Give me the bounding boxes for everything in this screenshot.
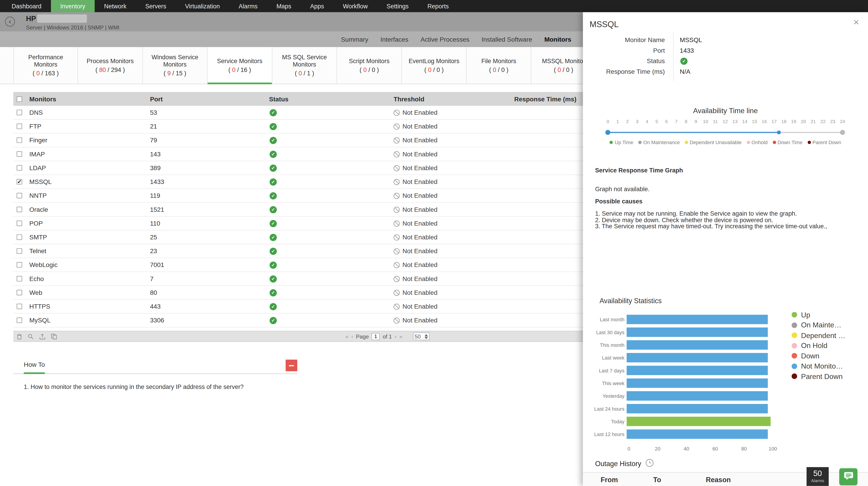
page-tab[interactable]: Installed Software	[475, 36, 538, 42]
monitor-name-cell: IMAP	[29, 151, 150, 157]
page-tab[interactable]: Summary	[335, 36, 374, 42]
page-size-select[interactable]: 50	[413, 332, 430, 340]
timeline-start-handle[interactable]	[605, 130, 610, 135]
monitor-tab[interactable]: File Monitors ( 0 / 0 )	[467, 47, 531, 84]
monitor-tab[interactable]: EventLog Monitors ( 0 / 0 )	[402, 47, 467, 84]
nav-item[interactable]: Workflow	[333, 0, 377, 12]
howto-question-link[interactable]: 1. How to monitor the services running i…	[13, 383, 297, 390]
timeline-track[interactable]	[608, 132, 842, 133]
history-clock-icon[interactable]	[646, 459, 654, 469]
row-checkbox[interactable]	[17, 317, 22, 323]
monitor-name-cell: Finger	[29, 137, 150, 143]
nav-item[interactable]: Dashboard	[2, 0, 51, 12]
stepper-up-icon[interactable]	[425, 334, 428, 336]
row-checkbox[interactable]	[17, 193, 22, 198]
page-tab[interactable]: Active Processes	[414, 36, 475, 42]
monitor-tab[interactable]: Windows Service Monitors ( 9 / 15 )	[143, 47, 208, 84]
prev-page-icon[interactable]: ‹	[351, 333, 353, 339]
row-checkbox[interactable]	[17, 206, 22, 212]
legend-item: On Maintenance	[638, 140, 680, 145]
timeline-tick-label: 22	[820, 119, 826, 124]
delete-icon[interactable]	[17, 334, 22, 340]
status-up-icon	[270, 123, 277, 130]
port-cell: 7001	[150, 262, 269, 268]
row-checkbox[interactable]	[17, 290, 22, 295]
legend-dot-icon	[792, 312, 797, 317]
nav-item[interactable]: Alarms	[229, 0, 267, 12]
timeline-tick-label: 15	[752, 119, 757, 124]
monitor-name-cell: HTTPS	[29, 303, 150, 310]
row-checkbox[interactable]	[17, 110, 22, 115]
port-cell: 110	[150, 220, 269, 227]
nav-item[interactable]: Network	[95, 0, 136, 12]
chart-bar	[627, 340, 768, 350]
monitor-tab[interactable]: Performance Monitors ( 0 / 163 )	[13, 47, 78, 84]
nav-item[interactable]: Servers	[136, 0, 176, 12]
alarms-badge[interactable]: 50 Alarms	[807, 467, 829, 486]
nav-item[interactable]: Inventory	[51, 0, 95, 12]
row-checkbox[interactable]	[17, 262, 22, 267]
row-checkbox[interactable]	[17, 276, 22, 282]
search-icon[interactable]	[28, 334, 34, 340]
monitor-name-cell: LDAP	[29, 165, 150, 171]
export-icon[interactable]	[39, 334, 45, 340]
row-checkbox[interactable]	[17, 137, 22, 143]
chart-category-label: Today	[583, 419, 627, 424]
timeline-end-handle[interactable]	[840, 130, 845, 135]
legend-label: On Mainte…	[801, 321, 842, 330]
timeline-tick-label: 18	[781, 119, 786, 124]
close-icon[interactable]: ×	[853, 17, 859, 28]
cause-line: 2. Device may be down. Check whether the…	[595, 217, 827, 223]
chart-bar	[627, 417, 771, 426]
page-tab[interactable]: Interfaces	[374, 36, 414, 42]
threshold-disabled-icon	[394, 151, 400, 158]
page-number-input[interactable]	[372, 333, 380, 340]
copy-icon[interactable]	[51, 334, 57, 340]
stepper-down-icon[interactable]	[425, 337, 428, 339]
back-icon[interactable]: ‹	[5, 17, 15, 26]
timeline-tick-label: 9	[694, 119, 698, 124]
nav-item[interactable]: Maps	[267, 0, 301, 12]
chart-row: Today	[583, 415, 788, 428]
first-page-icon[interactable]: «	[345, 333, 348, 339]
row-checkbox[interactable]	[17, 234, 22, 240]
info-label: Response Time (ms)	[583, 68, 665, 75]
monitor-tab[interactable]: Process Monitors ( 80 / 294 )	[78, 47, 143, 84]
row-checkbox[interactable]	[17, 123, 22, 129]
threshold-label: Not Enabled	[402, 317, 437, 323]
row-checkbox[interactable]	[17, 304, 22, 309]
status-up-icon	[270, 192, 277, 200]
chart-bar	[627, 315, 768, 324]
nav-item[interactable]: Reports	[418, 0, 458, 12]
threshold-disabled-icon	[394, 304, 400, 310]
last-page-icon[interactable]: »	[399, 333, 402, 339]
row-checkbox[interactable]	[17, 248, 22, 254]
timeline-current-handle[interactable]	[777, 131, 781, 134]
howto-tab[interactable]: How To	[24, 361, 45, 374]
chat-button[interactable]	[839, 468, 858, 485]
legend-label: Down Time	[778, 140, 802, 145]
row-checkbox[interactable]	[17, 165, 22, 171]
nav-item[interactable]: Apps	[301, 0, 333, 12]
monitor-tab[interactable]: MS SQL Service Monitors ( 0 / 1 )	[272, 47, 337, 84]
page-tab[interactable]: Monitors	[538, 36, 577, 42]
nav-item[interactable]: Settings	[377, 0, 418, 12]
select-all-checkbox[interactable]	[17, 96, 22, 102]
next-page-icon[interactable]: ›	[395, 333, 397, 339]
monitor-detail-panel: MSSQL × Monitor Name MSSQL Port 1433 Sta…	[583, 12, 868, 486]
row-checkbox[interactable]	[17, 151, 22, 157]
row-checkbox[interactable]	[17, 179, 22, 184]
nav-item[interactable]: Virtualization	[176, 0, 229, 12]
col-header-port: Port	[150, 95, 269, 102]
timeline-tick-label: 6	[665, 119, 668, 124]
collapse-button[interactable]	[286, 360, 297, 371]
axis-tick-label: 20	[655, 446, 660, 451]
threshold-disabled-icon	[394, 137, 400, 143]
row-checkbox[interactable]	[17, 221, 22, 226]
axis-tick-label: 40	[684, 446, 689, 451]
monitor-tab[interactable]: Service Monitors ( 0 / 16 )	[208, 47, 272, 84]
monitor-tab[interactable]: Script Monitors ( 0 / 0 )	[337, 47, 402, 84]
legend-item: Down Time	[773, 140, 802, 145]
monitor-tab-count: ( 0 / 163 )	[33, 70, 59, 77]
availability-timeline-title: Availability Time line	[583, 106, 868, 115]
